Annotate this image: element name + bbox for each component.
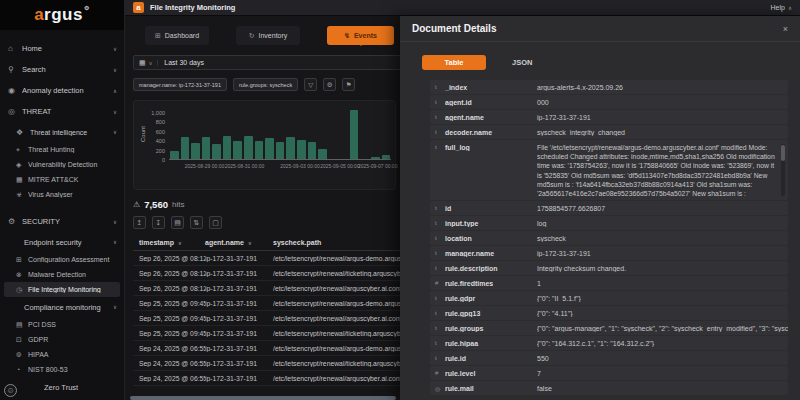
- x-tick-label: 2025-09-05 00:00: [320, 163, 359, 169]
- sidebar-item-hipaa[interactable]: ⊚ HIPAA: [0, 347, 124, 362]
- help-menu[interactable]: Help ∧: [771, 4, 792, 11]
- flag-icon[interactable]: ⚑: [342, 78, 355, 91]
- chart-bar[interactable]: [170, 151, 179, 159]
- chart-bar[interactable]: [265, 138, 274, 159]
- columns-icon[interactable]: ▤: [171, 216, 184, 229]
- sidebar-item-home[interactable]: ⌂ Home ∨: [0, 38, 124, 59]
- download-icon[interactable]: ↧: [152, 216, 165, 229]
- y-tick-label: 600: [156, 129, 165, 135]
- sidebar-item-nist-800-53[interactable]: ◔ NIST 800-53: [0, 362, 124, 377]
- tab-events[interactable]: ↯ Events: [327, 26, 394, 45]
- field-row[interactable]: t agent.id 000: [430, 95, 788, 109]
- chart-bar[interactable]: [371, 157, 380, 159]
- sidebar-item-gdpr[interactable]: ⊡ GDPR: [0, 332, 124, 347]
- tab-table[interactable]: Table: [422, 55, 486, 70]
- chart-bar[interactable]: [255, 141, 264, 159]
- field-row[interactable]: ◎ rule.mail false: [430, 381, 788, 395]
- field-row[interactable]: t rule.groups {"0": "argus-manager", "1"…: [430, 321, 788, 335]
- sidebar-item-anomaly-detection[interactable]: ◉ Anomaly detection ∧: [0, 80, 124, 101]
- sidebar-item-configuration-assessment[interactable]: ⊞ Configuration Assessment: [0, 252, 124, 267]
- tab-inventory-label: Inventory: [259, 32, 288, 39]
- top-bar: a File Integrity Monitoring Help ∧: [125, 0, 800, 16]
- chart-bar[interactable]: [181, 137, 190, 159]
- chart-bar[interactable]: [382, 155, 391, 159]
- chart-bar[interactable]: [191, 143, 200, 159]
- settings-icon[interactable]: ⚙: [323, 78, 336, 91]
- field-value: {"0": "argus-manager", "1": "syscheck", …: [537, 325, 788, 332]
- chart-bar[interactable]: [202, 137, 211, 159]
- chart-bar[interactable]: [233, 141, 242, 159]
- calendar-icon[interactable]: ▦: [139, 59, 146, 67]
- sidebar-item-mitre-attack[interactable]: ▦ MITRE ATT&CK: [0, 172, 124, 187]
- export-icon[interactable]: ↥: [133, 216, 146, 229]
- field-row[interactable]: t _index argus-alerts-4.x-2025.09.26: [430, 80, 788, 94]
- cell-agent-name: ip-172-31-37-191: [205, 300, 273, 307]
- field-row[interactable]: t decoder.name syscheck_integrity_change…: [430, 125, 788, 139]
- sidebar-item-threat[interactable]: ◎ THREAT ∨: [0, 101, 124, 122]
- app-logo-icon: a: [133, 2, 144, 13]
- filter-pill-manager-name[interactable]: manager.name: ip-172-31-37-191: [133, 78, 227, 91]
- tab-json[interactable]: JSON: [512, 58, 532, 67]
- field-row[interactable]: t id 1758854577.6626807: [430, 201, 788, 215]
- field-row[interactable]: t rule.hipaa {"0": "164.312.c.1", "1": "…: [430, 336, 788, 350]
- chevron-down-icon[interactable]: ∨: [149, 60, 159, 66]
- column-timestamp[interactable]: timestamp ∨: [139, 239, 205, 246]
- chart-bar[interactable]: [212, 144, 221, 159]
- field-type-icon: t: [435, 129, 445, 135]
- field-row[interactable]: t rule.id 550: [430, 351, 788, 365]
- chart-bar[interactable]: [350, 110, 359, 159]
- field-row[interactable]: # rule.level 7: [430, 366, 788, 380]
- tab-inventory[interactable]: ↻ Inventory: [236, 26, 300, 45]
- sidebar-nav: ⌂ Home ∨ ⚲ Search ∨ ◉ Anomaly detection …: [0, 30, 124, 397]
- chart-bar[interactable]: [244, 136, 253, 159]
- field-key: location: [445, 235, 537, 242]
- field-value: argus-alerts-4.x-2025.09.26: [537, 84, 788, 91]
- sidebar-item-icon: ⌂: [8, 44, 20, 53]
- cell-agent-name: ip-172-31-37-191: [205, 315, 273, 322]
- field-row[interactable]: t full_log File '/etc/letsencrypt/renewa…: [430, 140, 788, 200]
- horizontal-scrollbar[interactable]: [130, 396, 396, 400]
- chart-bar[interactable]: [308, 142, 317, 159]
- chart-bar[interactable]: [223, 136, 232, 159]
- close-icon[interactable]: ×: [783, 24, 788, 34]
- field-row[interactable]: # rule.firedtimes 1: [430, 276, 788, 290]
- filter-pill-rule-groups[interactable]: rule.groups: syscheck: [233, 78, 298, 91]
- sidebar-item-malware-detection[interactable]: ⊗ Malware Detection: [0, 267, 124, 282]
- sidebar-item-search[interactable]: ⚲ Search ∨: [0, 59, 124, 80]
- sidebar-item-endpoint-security[interactable]: Endpoint security ∨: [0, 232, 124, 252]
- sidebar-item-pci-dss[interactable]: ▤ PCI DSS: [0, 317, 124, 332]
- chevron-down-icon[interactable]: ∨: [178, 240, 182, 246]
- chart-bar[interactable]: [286, 137, 295, 159]
- field-row[interactable]: t agent.name ip-172-31-37-191: [430, 110, 788, 124]
- field-row[interactable]: t manager.name ip-172-31-37-191: [430, 246, 788, 260]
- chart-bar[interactable]: [297, 140, 306, 159]
- sort-icon[interactable]: ⇅: [190, 216, 203, 229]
- filter-icon[interactable]: ▽: [304, 78, 317, 91]
- chart-bar[interactable]: [276, 142, 285, 159]
- sidebar-item-zero-trust[interactable]: Zero Trust: [0, 377, 124, 397]
- field-row[interactable]: t rule.gpg13 {"0": "4.11"}: [430, 306, 788, 320]
- cell-agent-name: ip-172-31-37-191: [205, 330, 273, 337]
- field-row[interactable]: t location syscheck: [430, 231, 788, 245]
- sidebar-item-virus-analyser[interactable]: ☣ Virus Analyser: [0, 187, 124, 202]
- fullscreen-icon[interactable]: ▢: [209, 216, 222, 229]
- chevron-icon: ∧: [113, 88, 117, 94]
- chart-bar[interactable]: [318, 149, 327, 159]
- sidebar-item-security[interactable]: ⚙ SECURITY ∨: [0, 211, 124, 232]
- time-range-value[interactable]: Last 30 days: [164, 59, 204, 66]
- sidebar-item-compliance-monitoring[interactable]: Compliance monitoring ∨: [0, 297, 124, 317]
- sidebar-item-vulnerability-detection[interactable]: ◈ Vulnerability Detection: [0, 157, 124, 172]
- field-row[interactable]: t rule.description Integrity checksum ch…: [430, 261, 788, 275]
- field-row[interactable]: t input.type log: [430, 216, 788, 230]
- user-avatar[interactable]: ☺: [4, 384, 17, 397]
- chevron-down-icon[interactable]: ∨: [248, 240, 252, 246]
- tab-dashboard[interactable]: ⊞ Dashboard: [145, 26, 209, 45]
- cell-agent-name: ip-172-31-37-191: [205, 375, 273, 382]
- sidebar-item-file-integrity-monitoring[interactable]: ◷ File Integrity Monitoring: [4, 282, 120, 297]
- field-row[interactable]: t rule.gdpr {"0": "II_5.1.f"}: [430, 291, 788, 305]
- sidebar-item-threat-intelligence[interactable]: ❖ Threat intelligence ∨: [0, 122, 124, 142]
- sidebar-item-threat-hunting[interactable]: ⌖ Threat Hunting: [0, 142, 124, 157]
- column-agent-name[interactable]: agent.name ∨: [205, 239, 273, 246]
- y-axis-label: Count: [138, 108, 147, 160]
- x-axis-ticks: 2025-08-29 00:002025-08-31 00:002025-09-…: [169, 160, 391, 171]
